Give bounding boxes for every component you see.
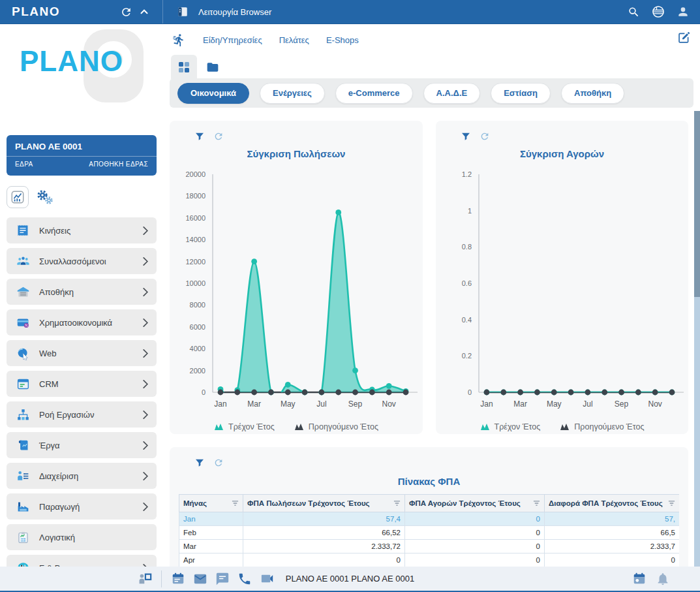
- vat-column-header-1[interactable]: Μήνας: [179, 495, 243, 512]
- calendar-clock-icon[interactable]: [632, 572, 647, 586]
- legend-item-1[interactable]: Τρέχον Έτος: [214, 422, 275, 431]
- svg-text:0: 0: [202, 388, 205, 396]
- sidebar-item-8[interactable]: Έργα: [7, 432, 157, 458]
- legend-item-1[interactable]: Τρέχον Έτος: [480, 422, 541, 431]
- tab-5[interactable]: Εστίαση: [491, 83, 551, 104]
- tab-strip: ΟικονομικάΕνέργειεςe-CommerceΑ.Α.Δ.ΕΕστί…: [170, 78, 693, 108]
- phone-icon[interactable]: [234, 572, 256, 586]
- schedule-icon[interactable]: [167, 572, 189, 586]
- tab-3[interactable]: e-Commerce: [335, 83, 413, 104]
- tab-2[interactable]: Ενέργειες: [260, 83, 325, 104]
- value-cell: 2.333,72: [243, 540, 405, 553]
- refresh-icon[interactable]: [117, 3, 135, 21]
- refresh-icon[interactable]: [213, 131, 224, 142]
- tab-dashboard-grid[interactable]: [171, 55, 197, 79]
- bell-icon[interactable]: [656, 572, 670, 586]
- column-filter-icon[interactable]: [533, 500, 540, 506]
- series-glyph-icon: [214, 423, 224, 431]
- sidebar-logo-area: PLANO: [0, 24, 163, 108]
- chevron-right-icon: [142, 349, 149, 358]
- breadcrumb-link-3[interactable]: E-Shops: [326, 35, 359, 45]
- scrollbar-track[interactable]: [694, 297, 700, 567]
- legend-label: Προηγούμενο Έτος: [574, 422, 644, 431]
- sidebar-item-7[interactable]: Ροή Εργασιών: [7, 401, 157, 428]
- mail-icon[interactable]: [189, 572, 211, 586]
- video-icon[interactable]: [256, 571, 278, 586]
- column-filter-icon[interactable]: [232, 500, 239, 506]
- user-icon[interactable]: [674, 3, 692, 21]
- tab-folder[interactable]: [202, 58, 223, 76]
- management-icon: [15, 469, 31, 483]
- vat-table-row-1[interactable]: Jan57,4057,: [179, 512, 680, 526]
- svg-text:Sep: Sep: [348, 399, 363, 409]
- filter-icon[interactable]: [194, 131, 205, 142]
- vat-table-row-3[interactable]: Mar2.333,7202.333,7: [179, 540, 680, 553]
- sidebar-item-12[interactable]: F & B: [7, 555, 157, 567]
- svg-text:May: May: [547, 399, 562, 409]
- legend-item-2[interactable]: Προηγούμενο Έτος: [294, 422, 378, 431]
- column-filter-icon[interactable]: [393, 500, 401, 506]
- company-card[interactable]: PLANO AE 0001 ΕΔΡΑ ΑΠΟΘΗΚΗ ΕΔΡΑΣ: [7, 135, 157, 176]
- edit-icon[interactable]: [677, 31, 691, 47]
- chevron-up-icon[interactable]: [135, 3, 153, 21]
- sidebar-item-label: Αποθήκη: [39, 287, 142, 297]
- value-cell: 66,52: [243, 526, 405, 540]
- value-cell: 0: [405, 540, 545, 553]
- chart-box-icon[interactable]: [7, 186, 29, 208]
- chat-icon[interactable]: [211, 572, 234, 586]
- value-cell: 0: [243, 553, 405, 567]
- sidebar-item-label: CRM: [39, 379, 142, 389]
- filter-icon[interactable]: [194, 458, 205, 468]
- sidebar-item-10[interactable]: Παραγωγή: [7, 493, 157, 520]
- sales-chart[interactable]: 0200040006000800010000120001400016000180…: [171, 163, 421, 421]
- chevron-right-icon: [142, 318, 149, 328]
- chevron-right-icon: [142, 287, 149, 297]
- column-label: Διαφορά ΦΠΑ Τρέχοντος Έτους: [549, 499, 663, 507]
- gears-icon[interactable]: [35, 189, 55, 206]
- refresh-icon[interactable]: [213, 458, 224, 468]
- globe-greek-icon[interactable]: [649, 3, 667, 21]
- sidebar-item-3[interactable]: Αποθήκη: [7, 279, 157, 305]
- svg-text:16000: 16000: [185, 214, 205, 222]
- svg-text:1.2: 1.2: [462, 170, 472, 178]
- value-cell: 0: [405, 512, 545, 526]
- svg-text:8000: 8000: [190, 301, 205, 309]
- vat-table-row-4[interactable]: Apr000: [179, 553, 680, 567]
- sidebar-item-6[interactable]: CRM: [7, 371, 157, 397]
- chart-legend: Τρέχον ΈτοςΠροηγούμενο Έτος: [170, 422, 423, 431]
- scrollbar-thumb[interactable]: [694, 111, 700, 297]
- filter-icon[interactable]: [461, 131, 471, 142]
- vat-column-header-3[interactable]: ΦΠΑ Αγορών Τρέχοντος Έτους: [405, 495, 545, 512]
- tab-1[interactable]: Οικονομικά: [177, 83, 249, 104]
- tab-4[interactable]: Α.Α.Δ.Ε: [423, 83, 481, 104]
- app-logo: PLANO: [12, 5, 117, 19]
- sidebar-item-5[interactable]: Web: [7, 340, 157, 366]
- vat-column-header-4[interactable]: Διαφορά ΦΠΑ Τρέχοντος Έτους: [545, 495, 680, 512]
- value-cell: 57,: [545, 512, 680, 526]
- vat-table-row-2[interactable]: Feb66,52066,5: [179, 526, 680, 540]
- svg-text:4000: 4000: [190, 345, 205, 352]
- finance-icon: [15, 315, 31, 330]
- tab-6[interactable]: Αποθήκη: [561, 83, 624, 104]
- legend-item-2[interactable]: Προηγούμενο Έτος: [560, 422, 644, 431]
- user-exit-icon[interactable]: [134, 572, 156, 586]
- search-icon[interactable]: [624, 3, 643, 21]
- column-filter-icon[interactable]: [668, 500, 675, 506]
- dashboard-grid-icon: [178, 61, 190, 73]
- sidebar-item-11[interactable]: Λογιστική: [7, 524, 157, 550]
- sidebar-item-4[interactable]: Χρηματοοικονομικά: [7, 309, 157, 335]
- refresh-icon[interactable]: [479, 131, 490, 142]
- svg-text:0.6: 0.6: [462, 279, 472, 287]
- breadcrumb-link-2[interactable]: Πελάτες: [279, 35, 309, 45]
- breadcrumb: Είδη/ΥπηρεσίεςΠελάτεςE-Shops: [172, 29, 359, 50]
- purchases-chart[interactable]: 00.20.40.60.811.2JanMarMayJulSepNov: [437, 163, 688, 421]
- running-person-icon[interactable]: [172, 33, 186, 47]
- svg-text:0.2: 0.2: [462, 352, 472, 360]
- vat-column-header-2[interactable]: ΦΠΑ Πωλήσεων Τρέχοντος Έτους: [243, 495, 405, 512]
- breadcrumb-link-1[interactable]: Είδη/Υπηρεσίες: [203, 35, 262, 45]
- panel-icon[interactable]: [174, 3, 192, 21]
- sidebar-item-9[interactable]: Διαχείριση: [7, 463, 157, 489]
- sidebar-item-1[interactable]: Κινήσεις: [7, 217, 157, 243]
- partners-icon: [15, 254, 31, 268]
- sidebar-item-2[interactable]: Συναλλασσόμενοι: [7, 248, 157, 274]
